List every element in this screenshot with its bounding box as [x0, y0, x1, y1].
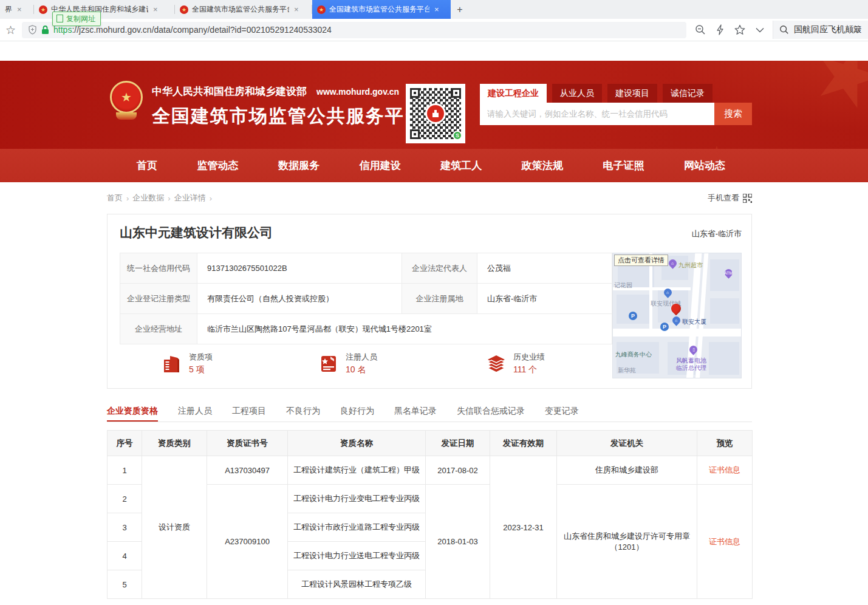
tab-blacklist[interactable]: 黑名单记录	[394, 403, 437, 422]
search-button[interactable]: 搜索	[714, 103, 752, 125]
location-map[interactable]: ⌂ 九州超市 ATM 记花园 ⌂ 联安现代城 ⌂ 联安大厦 P P 九峰商务中心…	[612, 253, 742, 378]
close-icon[interactable]: ×	[294, 5, 299, 14]
field-label: 企业法定代表人	[402, 253, 477, 284]
validity-date: 2023-12-31	[490, 456, 557, 599]
close-icon[interactable]: ×	[17, 5, 22, 14]
bookmark-star-icon[interactable]: ☆	[5, 23, 16, 37]
tab-good-behavior[interactable]: 良好行为	[340, 403, 374, 422]
map-label: 新华苑	[618, 366, 636, 375]
stat-label: 历史业绩	[513, 352, 545, 363]
map-label: 九峰商务中心	[615, 350, 652, 359]
site-logo[interactable]: ★ 中华人民共和国住房和城乡建设部 www.mohurd.gov.cn 全国建筑…	[109, 81, 424, 129]
nav-item-data-service[interactable]: 数据服务	[278, 159, 320, 173]
browser-tab-0[interactable]: 界 ×	[0, 0, 34, 19]
news-search-box[interactable]: 国航回应飞机颠簸	[773, 21, 868, 39]
search-tab-credit[interactable]: 诚信记录	[663, 84, 713, 103]
qualification-table: 序号 资质类别 资质证书号 资质名称 发证日期 发证有效期 发证机关 预览 1 …	[107, 430, 753, 599]
certificate-info-link[interactable]: 证书信息	[709, 537, 740, 546]
layers-icon	[487, 354, 506, 374]
copy-url-tooltip: 复制网址	[52, 12, 101, 26]
nav-item-credit[interactable]: 信用建设	[360, 159, 401, 173]
close-icon[interactable]: ×	[153, 5, 158, 14]
zoom-out-icon[interactable]	[695, 24, 706, 35]
tab-dishonesty[interactable]: 失信联合惩戒记录	[457, 403, 525, 422]
map-road	[613, 329, 742, 337]
nav-item-policy[interactable]: 政策法规	[522, 159, 563, 173]
copy-icon	[58, 16, 63, 22]
company-info-table: 统一社会信用代码 91371302675501022B 企业法定代表人 公茂福 …	[120, 253, 612, 344]
col-header: 发证日期	[426, 431, 490, 456]
table-header-row: 序号 资质类别 资质证书号 资质名称 发证日期 发证有效期 发证机关 预览	[108, 431, 753, 456]
map-label: 九州超市	[678, 261, 703, 270]
browser-toolbar: ☆ https://jzsc.mohurd.gov.cn/data/compan…	[0, 19, 868, 41]
breadcrumb-company-detail[interactable]: 企业详情	[174, 193, 206, 203]
stat-label: 注册人员	[346, 352, 377, 363]
issue-date: 2018-01-03	[426, 485, 490, 599]
qr-logo-building-icon	[427, 105, 444, 122]
nav-item-workers[interactable]: 建筑工人	[440, 159, 482, 173]
keyword-search-input[interactable]	[480, 103, 714, 125]
stat-qualifications[interactable]: 资质项 5 项	[162, 352, 213, 375]
detail-tabs: 企业资质资格 注册人员 工程项目 不良行为 良好行为 黑名单记录 失信联合惩戒记…	[107, 403, 752, 422]
nav-item-news[interactable]: 网站动态	[684, 159, 725, 173]
new-tab-button[interactable]: +	[451, 0, 469, 19]
col-header: 发证有效期	[490, 431, 557, 456]
browser-tab-active[interactable]: ★ 全国建筑市场监管公共服务平台 ×	[312, 0, 451, 19]
copy-url-label: 复制网址	[66, 14, 95, 24]
close-icon[interactable]: ×	[434, 5, 439, 14]
map-label: 联安大厦	[682, 318, 706, 326]
issue-date: 2017-08-02	[426, 456, 490, 485]
tab-registered-personnel[interactable]: 注册人员	[178, 403, 212, 422]
tab-qualifications[interactable]: 企业资质资格	[107, 403, 158, 422]
search-tab-personnel[interactable]: 从业人员	[552, 84, 602, 103]
certificate-info-link[interactable]: 证书信息	[709, 465, 740, 474]
stat-registered-personnel[interactable]: 注册人员 10 名	[319, 352, 377, 375]
favorite-star-icon[interactable]	[734, 24, 745, 35]
search-tab-project[interactable]: 建设项目	[607, 84, 657, 103]
company-location-pin	[671, 304, 681, 317]
qualification-category: 设计资质	[142, 456, 207, 599]
col-header: 发证机关	[557, 431, 697, 456]
address-bar[interactable]: https://jzsc.mohurd.gov.cn/data/company/…	[22, 22, 686, 38]
browser-tab-2[interactable]: ★ 全国建筑市场监管公共服务平台 ×	[175, 0, 312, 19]
address-value: 临沂市兰山区陶然路107号星河晶都（联安）现代城1号楼2201室	[197, 314, 612, 344]
issuing-authority: 住房和城乡建设部	[557, 456, 697, 485]
reg-region-value: 山东省-临沂市	[477, 284, 612, 314]
nav-item-supervision[interactable]: 监管动态	[197, 159, 239, 173]
row-number: 1	[108, 456, 142, 485]
field-label: 企业经营地址	[120, 314, 197, 344]
ministry-name: 中华人民共和国住房和城乡建设部	[152, 84, 307, 98]
reg-type-value: 有限责任公司（自然人投资或控股）	[197, 284, 402, 314]
breadcrumb-separator: ›	[168, 194, 170, 203]
tab-title: 界	[5, 4, 12, 15]
qualification-name: 工程设计风景园林工程专项乙级	[288, 570, 426, 599]
breadcrumb-separator: ›	[210, 194, 212, 203]
nav-item-certificate[interactable]: 电子证照	[603, 159, 644, 173]
search-tab-enterprise[interactable]: 建设工程企业	[480, 84, 547, 103]
chevron-down-icon[interactable]	[756, 27, 764, 33]
stat-value: 5 项	[189, 364, 213, 375]
breadcrumb-company-data[interactable]: 企业数据	[132, 193, 164, 203]
ministry-url: www.mohurd.gov.cn	[316, 87, 399, 97]
tab-bad-behavior[interactable]: 不良行为	[286, 403, 320, 422]
company-card: 山东中元建筑设计有限公司 山东省-临沂市 统一社会信用代码 9137130267…	[107, 214, 752, 389]
stat-history-performance[interactable]: 历史业绩 111 个	[487, 352, 545, 375]
qualification-name: 工程设计建筑行业（建筑工程）甲级	[288, 456, 426, 485]
row-number: 5	[108, 570, 142, 599]
stat-value: 10 名	[346, 364, 377, 375]
col-header: 预览	[697, 431, 753, 456]
mobile-view-button[interactable]: 手机查看	[708, 193, 752, 203]
qualification-name: 工程设计市政行业道路工程专业丙级	[288, 513, 426, 542]
tab-strip: 界 × ★ 中华人民共和国住房和城乡建设 × ★ 全国建筑市场监管公共服务平台 …	[0, 0, 868, 19]
breadcrumb-home[interactable]: 首页	[107, 193, 123, 203]
map-label: 记花园	[614, 281, 632, 290]
site-favicon-icon: ★	[39, 5, 47, 14]
tab-change-records[interactable]: 变更记录	[545, 403, 579, 422]
stat-label: 资质项	[189, 352, 213, 363]
col-header: 序号	[108, 431, 142, 456]
lightning-icon[interactable]	[716, 24, 724, 35]
tab-projects[interactable]: 工程项目	[232, 403, 266, 422]
col-header: 资质证书号	[207, 431, 288, 456]
nav-item-home[interactable]: 首页	[137, 159, 157, 173]
certificate-book-icon	[319, 354, 338, 374]
